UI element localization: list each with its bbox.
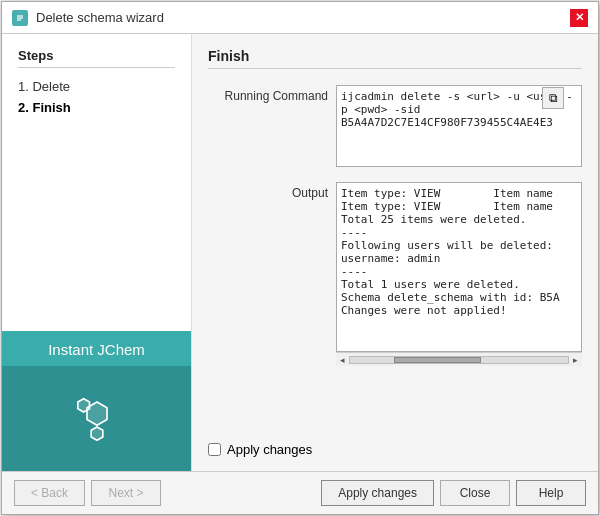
main-panel: Finish Running Command ⧉ Output ◂	[192, 34, 598, 471]
step-item-finish: 2. Finish	[18, 97, 175, 118]
help-button[interactable]: Help	[516, 480, 586, 506]
output-label: Output	[208, 182, 328, 200]
brand-section: Instant JChem	[2, 331, 191, 471]
svg-marker-6	[91, 427, 103, 440]
running-command-label: Running Command	[208, 85, 328, 103]
footer-right-buttons: Apply changes Close Help	[321, 480, 586, 506]
footer: < Back Next > Apply changes Close Help	[2, 471, 598, 514]
apply-changes-button[interactable]: Apply changes	[321, 480, 434, 506]
scroll-thumb[interactable]	[394, 357, 481, 363]
next-button[interactable]: Next >	[91, 480, 161, 506]
steps-section: Steps 1. Delete 2. Finish	[2, 34, 191, 331]
output-wrapper: ◂ ▸	[336, 182, 582, 366]
apply-changes-checkbox[interactable]	[208, 443, 221, 456]
step-number-2: 2.	[18, 100, 29, 115]
steps-title: Steps	[18, 48, 175, 68]
close-button[interactable]: Close	[440, 480, 510, 506]
brand-name: Instant JChem	[48, 341, 145, 358]
dialog-window: Delete schema wizard ✕ Steps 1. Delete 2…	[1, 1, 599, 515]
svg-marker-5	[77, 399, 89, 412]
title-bar: Delete schema wizard ✕	[2, 2, 598, 34]
running-command-row: Running Command ⧉	[208, 85, 582, 170]
app-icon	[12, 10, 28, 26]
sidebar: Steps 1. Delete 2. Finish Instant JChem	[2, 34, 192, 471]
dialog-title: Delete schema wizard	[36, 10, 164, 25]
footer-left-buttons: < Back Next >	[14, 480, 161, 506]
horizontal-scrollbar[interactable]: ◂ ▸	[336, 352, 582, 366]
finish-title: Finish	[208, 48, 582, 69]
output-row: Output ◂ ▸	[208, 182, 582, 426]
step-number-1: 1.	[18, 79, 29, 94]
hex-logo-icon	[72, 392, 122, 445]
step-item-delete: 1. Delete	[18, 76, 175, 97]
scroll-track[interactable]	[349, 356, 569, 364]
close-icon-button[interactable]: ✕	[570, 9, 588, 27]
output-textbox[interactable]	[336, 182, 582, 352]
scroll-left-arrow[interactable]: ◂	[338, 355, 347, 365]
apply-changes-checkbox-label[interactable]: Apply changes	[227, 442, 312, 457]
scroll-right-arrow[interactable]: ▸	[571, 355, 580, 365]
brand-logo-area	[2, 366, 191, 471]
back-button[interactable]: < Back	[14, 480, 85, 506]
content-area: Steps 1. Delete 2. Finish Instant JChem	[2, 34, 598, 471]
apply-changes-checkbox-row: Apply changes	[208, 442, 582, 457]
copy-icon: ⧉	[549, 91, 558, 105]
step-label-finish: Finish	[32, 100, 70, 115]
copy-button[interactable]: ⧉	[542, 87, 564, 109]
command-container: ⧉	[336, 85, 582, 170]
step-label-delete: Delete	[32, 79, 70, 94]
